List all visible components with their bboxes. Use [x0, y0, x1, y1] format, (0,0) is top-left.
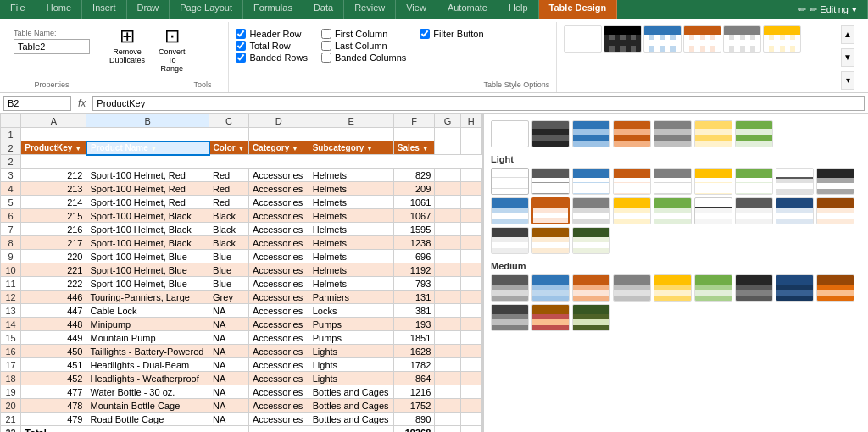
data-cell-21-3[interactable]: Accessories	[248, 413, 309, 426]
data-cell-extra[interactable]	[435, 223, 460, 236]
data-cell-extra[interactable]	[460, 263, 481, 277]
tab-data[interactable]: Data	[303, 0, 344, 19]
data-cell-extra[interactable]	[460, 250, 481, 263]
medium-thumb-10[interactable]	[491, 304, 529, 331]
remove-duplicates-button[interactable]: ⊞ RemoveDuplicates	[104, 25, 150, 66]
data-cell-21-4[interactable]: Bottles and Cages	[309, 413, 393, 426]
light-thumb-5[interactable]	[654, 168, 692, 195]
data-cell-13-3[interactable]: Accessories	[248, 304, 309, 318]
data-cell-extra[interactable]	[460, 291, 481, 304]
data-cell-10-0[interactable]: 221	[21, 263, 86, 277]
data-cell-6-4[interactable]: Helmets	[309, 209, 393, 223]
data-cell-9-1[interactable]: Sport-100 Helmet, Blue	[86, 250, 209, 263]
data-cell-extra[interactable]	[460, 318, 481, 331]
cell-e1[interactable]	[309, 128, 393, 141]
tab-help[interactable]: Help	[498, 0, 539, 19]
light-thumb-1[interactable]	[491, 168, 529, 195]
data-cell-extra[interactable]	[435, 291, 460, 304]
data-cell-13-0[interactable]: 447	[21, 304, 86, 318]
data-cell-21-2[interactable]: NA	[209, 413, 249, 426]
data-cell-19-4[interactable]: Bottles and Cages	[309, 385, 393, 399]
light-thumb-6[interactable]	[694, 168, 732, 195]
data-cell-16-5[interactable]: 1628	[393, 345, 435, 358]
data-cell-extra[interactable]	[435, 304, 460, 318]
data-cell-14-0[interactable]: 448	[21, 318, 86, 331]
style-thumb-dark5[interactable]	[694, 120, 732, 147]
light-thumb-14[interactable]	[654, 197, 692, 224]
data-cell-18-5[interactable]: 864	[393, 372, 435, 385]
header-productkey[interactable]: ProductKey ▼	[21, 141, 86, 155]
data-cell-13-5[interactable]: 381	[393, 304, 435, 318]
medium-thumb-2[interactable]	[531, 274, 570, 302]
data-cell-11-4[interactable]: Helmets	[309, 277, 393, 291]
data-cell-4-5[interactable]: 209	[393, 182, 435, 196]
data-cell-8-1[interactable]: Sport-100 Helmet, Black	[86, 236, 209, 250]
style-thumb-dark2[interactable]	[572, 120, 610, 147]
data-cell-16-4[interactable]: Lights	[309, 345, 393, 358]
total-empty-2[interactable]	[248, 426, 309, 433]
col-header-a[interactable]: A	[21, 114, 86, 128]
data-cell-11-3[interactable]: Accessories	[248, 277, 309, 291]
total-label[interactable]: Total	[21, 426, 86, 433]
style-thumb-dark1[interactable]	[531, 120, 570, 147]
cell-c1[interactable]	[209, 128, 249, 141]
total-value[interactable]: 19368	[393, 426, 435, 433]
medium-thumb-6[interactable]	[694, 274, 732, 302]
data-cell-20-2[interactable]: NA	[209, 399, 249, 413]
data-cell-4-4[interactable]: Helmets	[309, 182, 393, 196]
light-thumb-7[interactable]	[735, 168, 773, 195]
data-cell-11-0[interactable]: 222	[21, 277, 86, 291]
data-cell-18-4[interactable]: Lights	[309, 372, 393, 385]
data-cell-extra[interactable]	[460, 223, 481, 236]
editing-tab[interactable]: ✏ ✏ Editing ▾	[788, 0, 868, 19]
data-cell-5-0[interactable]: 214	[21, 196, 86, 209]
data-cell-extra[interactable]	[435, 385, 460, 399]
data-cell-3-5[interactable]: 829	[393, 169, 435, 182]
total-empty-0[interactable]	[86, 426, 209, 433]
data-cell-extra[interactable]	[435, 182, 460, 196]
tab-review[interactable]: Review	[344, 0, 396, 19]
data-cell-14-3[interactable]: Accessories	[248, 318, 309, 331]
data-cell-extra[interactable]	[460, 277, 481, 291]
col-header-e[interactable]: E	[309, 114, 393, 128]
light-thumb-19[interactable]	[491, 227, 529, 254]
data-cell-11-1[interactable]: Sport-100 Helmet, Blue	[86, 277, 209, 291]
data-cell-16-3[interactable]: Accessories	[248, 345, 309, 358]
data-cell-extra[interactable]	[460, 358, 481, 372]
data-cell-21-5[interactable]: 890	[393, 413, 435, 426]
light-thumb-12[interactable]	[572, 197, 610, 224]
data-cell-18-3[interactable]: Accessories	[248, 372, 309, 385]
data-cell-extra[interactable]	[460, 169, 481, 182]
data-cell-13-2[interactable]: NA	[209, 304, 249, 318]
medium-thumb-1[interactable]	[491, 274, 529, 302]
light-thumb-2[interactable]	[531, 168, 570, 195]
data-cell-extra[interactable]	[435, 250, 460, 263]
name-box[interactable]	[3, 96, 71, 111]
data-cell-20-5[interactable]: 1752	[393, 399, 435, 413]
data-cell-9-4[interactable]: Helmets	[309, 250, 393, 263]
cell-g2[interactable]	[435, 141, 460, 155]
data-cell-4-3[interactable]: Accessories	[248, 182, 309, 196]
cell-g1[interactable]	[435, 128, 460, 141]
data-cell-10-3[interactable]: Accessories	[248, 263, 309, 277]
data-cell-extra[interactable]	[435, 169, 460, 182]
style-thumb-dark6[interactable]	[735, 120, 773, 147]
tab-view[interactable]: View	[396, 0, 437, 19]
formula-input[interactable]	[92, 96, 865, 111]
data-cell-extra[interactable]	[435, 263, 460, 277]
tab-automate[interactable]: Automate	[437, 0, 498, 19]
data-cell-20-4[interactable]: Bottles and Cages	[309, 399, 393, 413]
total-row-checkbox[interactable]	[236, 41, 246, 51]
data-cell-5-4[interactable]: Helmets	[309, 196, 393, 209]
cell-h1[interactable]	[460, 128, 481, 141]
data-cell-12-3[interactable]: Accessories	[248, 291, 309, 304]
style-swatch-yellow[interactable]	[763, 25, 801, 53]
data-cell-extra[interactable]	[435, 345, 460, 358]
data-cell-extra[interactable]	[460, 399, 481, 413]
data-cell-9-2[interactable]: Blue	[209, 250, 249, 263]
data-cell-7-5[interactable]: 1595	[393, 223, 435, 236]
data-cell-extra[interactable]	[460, 413, 481, 426]
last-column-checkbox[interactable]	[321, 41, 331, 51]
style-thumb-none[interactable]	[491, 120, 529, 147]
data-cell-extra[interactable]	[435, 277, 460, 291]
